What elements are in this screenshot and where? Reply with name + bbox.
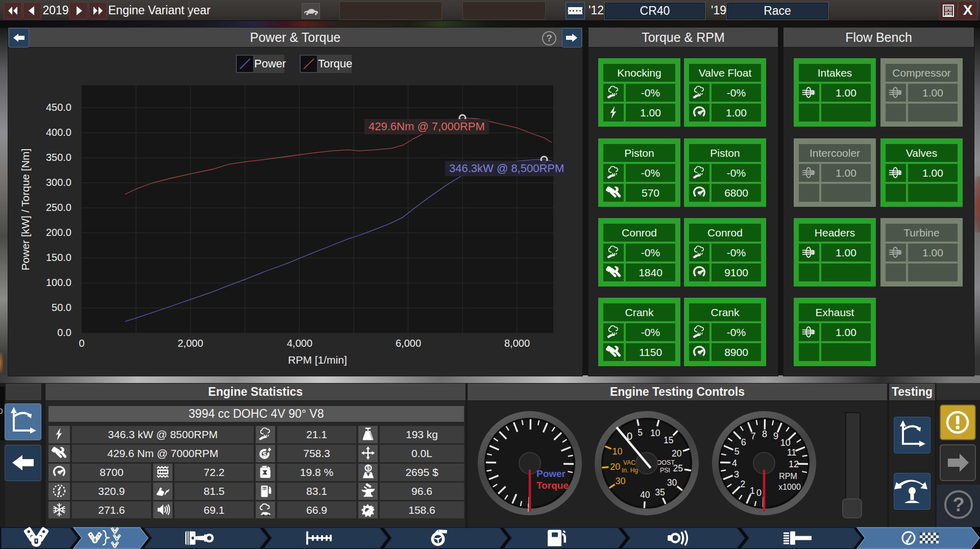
svg-text:20: 20 — [672, 448, 682, 459]
svg-text:$: $ — [367, 465, 370, 471]
svg-text:12: 12 — [789, 459, 799, 469]
svg-text:VAC: VAC — [623, 459, 635, 466]
svg-text:5: 5 — [638, 427, 643, 438]
svg-text:0: 0 — [756, 488, 762, 498]
svg-text:2: 2 — [740, 479, 745, 489]
svg-text:$: $ — [262, 450, 266, 458]
svg-text:35: 35 — [655, 487, 665, 497]
svg-text:5: 5 — [734, 446, 740, 457]
svg-text:11: 11 — [787, 447, 797, 458]
svg-text:x1000: x1000 — [778, 483, 801, 491]
svg-text:30: 30 — [615, 476, 625, 486]
svg-text:20: 20 — [610, 462, 620, 472]
svg-text:7: 7 — [751, 431, 756, 441]
svg-text:10: 10 — [650, 428, 660, 438]
svg-text:15: 15 — [664, 435, 673, 445]
svg-text:In. Hg: In. Hg — [622, 467, 638, 474]
svg-text:10: 10 — [780, 438, 791, 448]
svg-text:9: 9 — [773, 431, 778, 441]
svg-text:8: 8 — [762, 429, 767, 439]
svg-text:Torque: Torque — [536, 480, 569, 491]
svg-text:Power: Power — [536, 468, 566, 479]
svg-text:10: 10 — [612, 446, 623, 457]
svg-text:4: 4 — [732, 458, 737, 468]
svg-text:30: 30 — [667, 478, 677, 488]
svg-text:6: 6 — [741, 437, 746, 447]
svg-text:3: 3 — [734, 469, 739, 480]
svg-text:1: 1 — [750, 486, 755, 496]
svg-text:PSI: PSI — [660, 467, 670, 474]
svg-text:40: 40 — [640, 490, 650, 500]
svg-text:91: 91 — [262, 487, 266, 491]
svg-text:RPM: RPM — [779, 472, 797, 481]
